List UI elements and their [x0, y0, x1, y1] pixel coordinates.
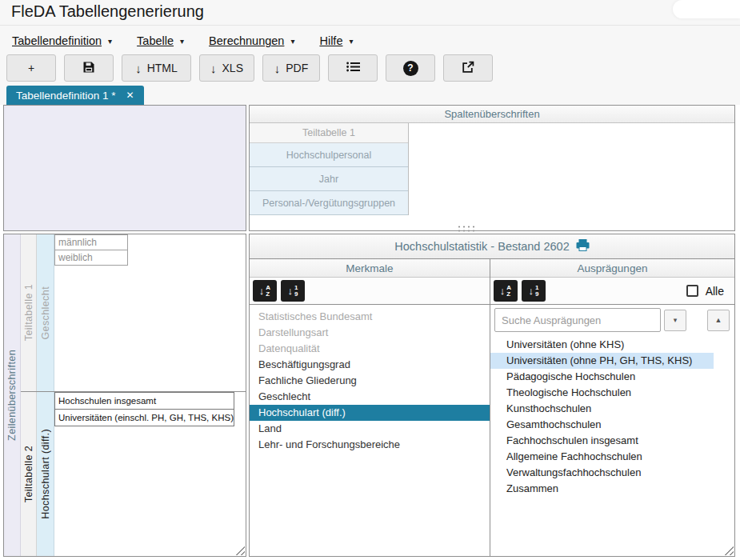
subtable-1-section: Teiltabelle 1 Geschlecht männlich weibli… [21, 234, 246, 392]
sort-alpha-icon[interactable]: ↓ AZ [494, 280, 518, 302]
download-icon: ↓ [135, 62, 142, 75]
merkmale-sort-row: ↓ AZ ↓ 19 [250, 278, 490, 305]
auspraegung-item[interactable]: Pädagogische Hochschulen [490, 369, 714, 385]
download-icon: ↓ [274, 62, 281, 75]
download-icon: ↓ [210, 62, 217, 75]
list-button[interactable] [328, 54, 378, 82]
menu-berechnungen[interactable]: Berechnungen ▾ [209, 34, 294, 47]
chevron-down-icon: ▾ [349, 37, 353, 46]
statistics-title: Hochschulstatistik - Bestand 2602 [394, 240, 569, 253]
sort-numeric-icon[interactable]: ↓ 19 [281, 280, 305, 302]
auspraegung-item[interactable]: Kunsthochschulen [490, 401, 714, 417]
splitter-grip[interactable] [457, 225, 478, 233]
header-pill [673, 0, 740, 18]
menu-label: Berechnungen [209, 34, 284, 47]
merkmal-item[interactable]: Geschlecht [250, 389, 490, 405]
merkmale-list: Statistisches Bundesamt Darstellungsart … [250, 305, 490, 453]
external-link-icon [462, 61, 474, 76]
menu-tabelle[interactable]: Tabelle ▾ [137, 34, 184, 47]
pdf-label: PDF [286, 62, 308, 74]
tab-label: Tabellendefinition 1 * [16, 90, 116, 102]
merkmal-item[interactable]: Statistisches Bundesamt [250, 309, 490, 325]
download-xls-button[interactable]: ↓ XLS [199, 54, 254, 82]
add-button[interactable]: + [6, 54, 56, 82]
row-value[interactable]: Universitäten (einschl. PH, GH, THS, KHS… [54, 409, 234, 426]
chevron-up-icon: ▲ [715, 316, 722, 324]
auspraegung-item[interactable]: Fachhochschulen insgesamt [490, 433, 714, 449]
menu-tabellendefinition[interactable]: Tabellendefinition ▾ [12, 34, 112, 47]
sort-alpha-icon[interactable]: ↓ AZ [253, 280, 277, 302]
toolbar: + ↓ HTML ↓ XLS ↓ PDF ? [6, 54, 493, 82]
xls-label: XLS [222, 62, 243, 74]
chevron-down-icon: ▾ [180, 37, 184, 46]
auspraegungen-sort-row: ↓ AZ ↓ 19 Alle [490, 278, 734, 305]
download-pdf-button[interactable]: ↓ PDF [262, 54, 320, 82]
hochschulart-band[interactable]: Hochschulart (diff.) [37, 392, 54, 556]
merkmal-item[interactable]: Darstellungsart [250, 325, 490, 341]
auspraegung-item[interactable]: Verwaltungsfachhochschulen [490, 465, 714, 481]
workspace: Spaltenüberschriften Teiltabelle 1 Hochs… [0, 105, 740, 560]
scroll-up-button[interactable]: ▲ [707, 310, 730, 331]
column-headers-panel: Spaltenüberschriften Teiltabelle 1 Hochs… [249, 105, 735, 231]
auspraegung-item[interactable]: Universitäten (ohne KHS) [490, 337, 714, 353]
merkmal-item[interactable]: Lehr- und Forschungsbereiche [250, 437, 490, 453]
auspraegung-item[interactable]: Allgemeine Fachhochschulen [490, 449, 714, 465]
geschlecht-label: Geschlecht [40, 286, 51, 340]
column-field[interactable]: Hochschulpersonal [250, 143, 408, 167]
row-headers-panel: Zeilenüberschriften Teiltabelle 1 Geschl… [3, 234, 246, 557]
subtable-1-label: Teiltabelle 1 [23, 284, 34, 341]
close-icon[interactable]: ✕ [126, 90, 134, 101]
column-field[interactable]: Jahr [250, 167, 408, 191]
auspraegung-item[interactable]: Theologische Hochschulen [490, 385, 714, 401]
alle-checkbox[interactable] [686, 285, 698, 297]
plus-icon: + [28, 62, 34, 74]
geschlecht-band[interactable]: Geschlecht [37, 234, 54, 391]
auspraegungen-search-row: ▾ ▲ [490, 305, 734, 334]
help-icon: ? [403, 61, 418, 76]
subtable-1-band: Teiltabelle 1 [21, 234, 37, 391]
external-link-button[interactable] [443, 54, 493, 82]
row-headers-title: Zeilenüberschriften [6, 350, 18, 441]
chevron-down-icon: ▾ [674, 316, 678, 324]
search-input[interactable] [494, 308, 661, 332]
auspraegung-item[interactable]: Gesamthochschulen [490, 417, 714, 433]
row-value[interactable]: männlich [54, 234, 128, 250]
help-button[interactable]: ? [386, 54, 435, 82]
app-window: FleDA Tabellengenerierung Tabellendefini… [0, 0, 740, 560]
sort-numeric-icon[interactable]: ↓ 19 [522, 280, 546, 302]
html-label: HTML [147, 62, 178, 74]
chevron-down-icon: ▾ [290, 37, 294, 46]
auspraegungen-title: Ausprägungen [490, 259, 734, 278]
row-value[interactable]: Hochschulen insgesamt [54, 392, 234, 410]
download-html-button[interactable]: ↓ HTML [122, 54, 191, 82]
merkmal-item[interactable]: Beschäftigungsgrad [250, 357, 490, 373]
menu-hilfe[interactable]: Hilfe ▾ [319, 34, 353, 47]
column-headers-subtable: Teiltabelle 1 Hochschulpersonal Jahr Per… [250, 123, 409, 215]
list-icon [346, 62, 360, 74]
menu-label: Tabelle [137, 34, 174, 47]
tab-tabellendefinition-1[interactable]: Tabellendefinition 1 * ✕ [6, 86, 144, 105]
save-button[interactable] [64, 54, 114, 82]
row-headers-title-band: Zeilenüberschriften [4, 234, 21, 556]
menu-label: Tabellendefinition [12, 34, 102, 47]
merkmal-item[interactable]: Land [250, 421, 490, 437]
auspraegungen-column: Ausprägungen ↓ AZ ↓ 19 Alle [490, 259, 734, 556]
title-bar: FleDA Tabellengenerierung [0, 0, 740, 26]
subtable-2-band: Teiltabelle 2 [21, 392, 37, 556]
app-title: FleDA Tabellengenerierung [11, 2, 204, 21]
search-dropdown-button[interactable]: ▾ [664, 310, 686, 331]
hochschulart-label: Hochschulart (diff.) [40, 429, 51, 519]
statistics-header: Hochschulstatistik - Bestand 2602 [250, 234, 734, 259]
auspraegung-item-highlighted[interactable]: Universitäten (ohne PH, GH, THS, KHS) [490, 353, 714, 369]
subtable-1-content: männlich weiblich [54, 234, 246, 391]
printer-icon[interactable] [576, 239, 590, 254]
subtable-2-content: Hochschulen insgesamt Universitäten (ein… [54, 392, 246, 556]
merkmal-item-selected[interactable]: Hochschulart (diff.) [250, 405, 490, 421]
alle-label: Alle [706, 285, 724, 298]
auspraegung-item[interactable]: Zusammen [490, 481, 714, 497]
row-value[interactable]: weiblich [54, 250, 128, 266]
merkmal-item[interactable]: Fachliche Gliederung [250, 373, 490, 389]
column-field[interactable]: Personal-/Vergütungsgruppen [250, 191, 408, 215]
merkmale-title: Merkmale [250, 259, 490, 278]
merkmal-item[interactable]: Datenqualität [250, 341, 490, 357]
